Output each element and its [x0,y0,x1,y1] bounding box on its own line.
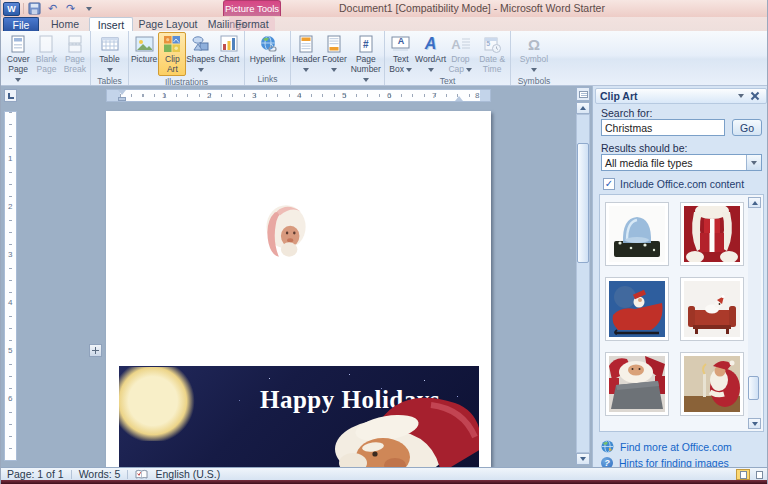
document-area: 1 2 3 4 5 6 7 8 1 2 3 4 5 6 [1,86,768,467]
tab-stop-selector[interactable] [4,89,17,102]
happy-holidays-card-image[interactable]: Happy Holidays [119,366,479,467]
include-office-checkbox[interactable]: ✓ [603,178,615,190]
hyperlink-button[interactable]: Hyperlink [248,32,288,73]
proofing-status-icon[interactable] [135,469,148,480]
customize-qat-button[interactable] [81,2,96,16]
clipart-thumbnail-santa-with-gifts[interactable] [680,202,744,266]
task-pane-menu-button[interactable] [734,90,748,102]
scroll-up-button[interactable] [576,102,590,114]
drop-cap-button[interactable]: A Drop Cap [446,32,474,75]
undo-button[interactable]: ↶ [45,2,60,16]
task-pane-close-button[interactable] [748,90,762,102]
ruler-number: 5 [8,346,12,355]
text-box-button[interactable]: A Text Box [387,32,415,75]
results-scroll-up-button[interactable] [748,197,761,208]
ruler-number: 7 [432,91,436,100]
results-scrollbar-track[interactable] [748,208,761,418]
clipart-thumbnail-dog-on-sofa[interactable] [680,277,744,341]
task-pane-header[interactable]: Clip Art [595,88,767,104]
tab-format[interactable]: Format [229,17,275,31]
page-count[interactable]: Page: 1 of 1 [7,468,64,480]
dropdown-button[interactable] [746,155,761,170]
page-number-button[interactable]: # Page Number [349,32,383,84]
document-scrollbar[interactable] [575,87,590,465]
footer-icon [326,35,342,53]
table-button[interactable]: Table [96,32,124,75]
media-type-dropdown[interactable]: All media file types [601,154,762,171]
picture-tools-contextual-group[interactable]: Picture Tools [223,0,281,16]
vertical-ruler[interactable]: 1 2 3 4 5 6 [4,111,17,461]
tab-insert[interactable]: Insert [89,17,133,31]
find-more-link-text: Find more at Office.com [620,441,732,453]
clipart-thumbnail-snow-globe[interactable] [605,202,669,266]
left-indent-marker[interactable] [118,97,126,101]
scroll-down-button[interactable] [576,453,590,465]
cover-page-button[interactable]: Cover Page [4,32,32,84]
symbol-button[interactable]: Ω Symbol [516,32,552,75]
tab-file[interactable]: File [3,17,39,31]
clip-art-button[interactable]: Clip Art [158,32,186,76]
page-break-icon [66,35,84,53]
results-scroll-down-button[interactable] [748,418,761,429]
header-button[interactable]: Header [292,32,320,84]
picture-button[interactable]: Picture [130,32,158,76]
hints-link[interactable]: ? Hints for finding images [601,457,729,467]
go-button[interactable]: Go [732,119,762,136]
ruler-number: 3 [8,250,12,259]
ruler-toggle-button[interactable] [576,87,590,101]
date-time-button[interactable]: 5 Date & Time [476,32,508,75]
draft-view-button[interactable] [752,469,766,480]
results-scrollbar-thumb[interactable] [748,376,759,400]
chevron-down-icon [738,94,744,98]
tab-home[interactable]: Home [45,17,85,31]
dropdown-arrow-icon [406,68,412,72]
clipart-thumbnail-santa-with-laptop[interactable] [605,352,669,416]
clipart-thumbnail-santa-writing[interactable] [680,352,744,416]
clipart-thumbnail-santa-in-sleigh[interactable] [605,277,669,341]
ribbon-tab-bar: File Home Insert Page Layout Mailings Fo… [1,17,768,31]
page-break-button[interactable]: Page Break [61,32,89,84]
ruler-number: 1 [8,154,12,163]
document-page[interactable]: Happy Holidays [106,111,491,467]
tab-page-layout[interactable]: Page Layout [137,17,199,31]
horizontal-ruler[interactable]: 1 2 3 4 5 6 7 8 [106,89,491,102]
scrollbar-track[interactable] [576,114,590,453]
right-indent-marker[interactable] [455,96,463,101]
group-label-text: Text [386,75,509,87]
word-count[interactable]: Words: 5 [79,468,121,480]
word-window: W ↶ ↷ Picture Tools Document1 [Compatibi… [0,0,768,484]
header-icon [298,35,314,53]
dropdown-arrow-icon [363,78,369,82]
window-title: Document1 [Compatibility Mode] - Microso… [339,2,679,14]
hyperlink-globe-icon [259,35,277,53]
language-indicator[interactable]: English (U.S.) [155,468,220,480]
results-should-be-label: Results should be: [601,142,687,154]
ruler-number: 3 [252,91,256,100]
object-move-handle[interactable] [89,344,102,357]
results-scrollbar[interactable] [748,197,761,429]
search-input[interactable] [601,119,725,136]
ribbon-group-pages: Cover Page Blank Page Page Break Pages [3,31,91,85]
redo-button[interactable]: ↷ [63,2,78,16]
find-more-link[interactable]: Find more at Office.com [601,440,732,453]
divider [71,470,72,479]
chevron-down-icon [86,7,92,11]
wordart-button[interactable]: A WordArt [417,32,445,75]
quick-access-toolbar: W ↶ ↷ [3,1,96,16]
save-button[interactable] [27,2,42,16]
chart-button[interactable]: Chart [215,32,243,76]
first-line-indent-marker[interactable] [118,90,126,95]
scrollbar-thumb[interactable] [577,143,589,263]
dropdown-arrow-icon [428,68,434,72]
shapes-button[interactable]: Shapes [187,32,215,76]
draft-view-icon [756,471,763,479]
ribbon-group-links: Hyperlink Links [245,31,291,85]
word-app-icon[interactable]: W [3,2,20,16]
ruler-number: 4 [8,298,12,307]
window-bottom-border [1,480,768,484]
group-label-links: Links [246,73,289,85]
print-layout-view-button[interactable] [736,469,750,480]
blank-page-button[interactable]: Blank Page [32,32,60,84]
inserted-santa-clipart[interactable] [254,198,314,266]
footer-button[interactable]: Footer [320,32,348,84]
